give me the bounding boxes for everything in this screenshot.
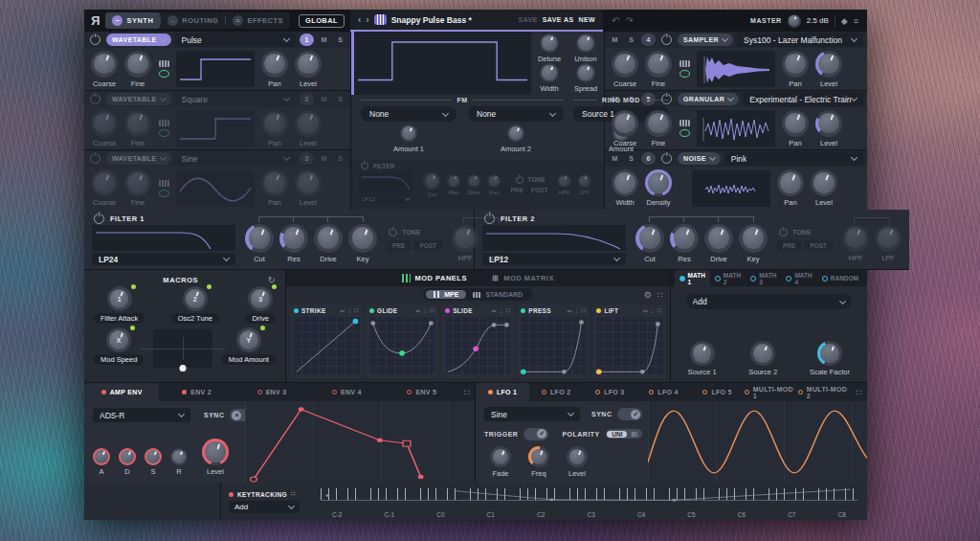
pan-knob[interactable] <box>261 51 288 78</box>
save-button[interactable]: SAVE <box>519 16 538 23</box>
tone-pre-button[interactable]: PRE <box>777 240 801 251</box>
strike-curve[interactable] <box>293 317 360 375</box>
loop-icon[interactable] <box>159 190 169 197</box>
mute-button[interactable]: M <box>609 34 621 46</box>
envelope-display[interactable] <box>245 401 475 483</box>
osc2-type-dropdown[interactable]: WAVETABLE <box>106 93 171 105</box>
expand-icon[interactable]: ∷ <box>657 290 663 300</box>
slide-curve[interactable] <box>444 317 511 375</box>
tab-synth[interactable]: ~ SYNTH <box>105 12 160 29</box>
keytrack-icon[interactable] <box>159 60 169 67</box>
osc3-preset-dropdown[interactable]: Sine <box>175 151 296 166</box>
power-icon[interactable] <box>361 162 368 169</box>
osc1-type-dropdown[interactable]: WAVETABLE <box>106 34 171 46</box>
osc5-type-dropdown[interactable]: GRANULAR <box>678 93 739 105</box>
preset-prev-icon[interactable]: ‹ <box>358 14 361 25</box>
macro-x-knob[interactable]: X <box>106 327 131 352</box>
coarse-knob[interactable] <box>91 169 118 196</box>
scale-factor-knob[interactable] <box>817 341 842 366</box>
uni-option[interactable]: UNI <box>607 431 627 438</box>
link-icon[interactable]: ∞ <box>491 307 496 314</box>
density-knob[interactable] <box>645 169 672 196</box>
tab-mod-matrix[interactable]: ⊞MOD MATRIX <box>492 274 554 282</box>
mute-button[interactable]: M <box>318 152 330 165</box>
lfo-display[interactable] <box>648 401 867 483</box>
bi-option[interactable]: BI <box>627 431 641 438</box>
coarse-knob[interactable] <box>612 110 638 137</box>
reset-icon[interactable]: ↻ <box>268 275 276 285</box>
link-icon[interactable]: ∞ <box>568 307 572 314</box>
fine-knob[interactable] <box>124 110 151 137</box>
macro3-label[interactable]: Drive <box>245 313 276 324</box>
power-icon[interactable] <box>90 94 100 104</box>
fm-amount1-knob[interactable] <box>400 124 417 142</box>
level-knob[interactable] <box>295 51 322 78</box>
width-knob[interactable] <box>612 169 638 196</box>
tab-math3[interactable]: MATH 3 <box>746 270 781 286</box>
unison-knob[interactable] <box>576 34 595 53</box>
level-knob[interactable] <box>295 169 322 196</box>
pan-knob[interactable] <box>261 169 288 196</box>
macro-y-label[interactable]: Mod Amount <box>222 354 276 365</box>
dots-icon[interactable]: ∷ <box>657 307 662 315</box>
level-knob[interactable] <box>295 110 322 137</box>
tab-lfo4[interactable]: LFO 4 <box>636 383 690 401</box>
tab-effects[interactable]: ≈ EFFECTS <box>226 12 290 29</box>
hpf-knob[interactable] <box>452 225 479 252</box>
fm-amount2-knob[interactable] <box>507 124 524 142</box>
fine-knob[interactable] <box>645 110 672 137</box>
key-knob[interactable] <box>487 174 501 188</box>
lpf-knob[interactable] <box>578 174 591 188</box>
tab-math2[interactable]: MATH 2 <box>710 270 746 286</box>
keytrack-icon[interactable] <box>679 60 690 67</box>
link-icon[interactable]: ∞ <box>643 307 648 314</box>
loop-icon[interactable] <box>159 129 169 137</box>
osc1-preset-dropdown[interactable]: Pulse <box>175 33 296 47</box>
drive-knob[interactable] <box>467 174 480 188</box>
new-button[interactable]: NEW <box>578 16 595 23</box>
dots-icon[interactable]: ∷ <box>582 307 587 315</box>
drive-knob[interactable] <box>704 224 733 253</box>
key-knob[interactable] <box>348 224 377 253</box>
download-icon[interactable]: ↓ <box>347 307 351 314</box>
expand-icon[interactable]: ∷ <box>459 383 475 401</box>
osc4-preset-dropdown[interactable]: Sys100 - Lazer Malfunction <box>737 33 863 47</box>
dots-icon[interactable]: ∷ <box>430 307 434 315</box>
res-knob[interactable] <box>279 224 308 253</box>
tone-post-button[interactable]: POST <box>804 240 833 251</box>
link-icon[interactable]: ∞ <box>340 307 345 314</box>
hpf-knob[interactable] <box>842 225 869 252</box>
press-curve[interactable] <box>520 317 587 375</box>
osc5-preset-dropdown[interactable]: Experimental - Electric Train <box>743 92 863 106</box>
tab-lfo3[interactable]: LFO 3 <box>583 383 636 401</box>
pan-knob[interactable] <box>782 51 809 78</box>
xy-pad[interactable] <box>153 329 212 368</box>
trigger-toggle[interactable]: ✓ <box>523 428 548 440</box>
solo-button[interactable]: S <box>625 34 637 46</box>
tab-lfo2[interactable]: LFO 2 <box>529 383 583 401</box>
fine-knob[interactable] <box>124 169 151 196</box>
width-knob[interactable] <box>540 63 559 82</box>
tab-lfo5[interactable]: LFO 5 <box>691 383 745 401</box>
hpf-knob[interactable] <box>558 174 571 188</box>
power-icon[interactable] <box>661 94 672 104</box>
macro-y-knob[interactable]: Y <box>236 327 261 352</box>
tone-pre-button[interactable]: PRE <box>507 186 525 194</box>
spread-knob[interactable] <box>576 63 595 82</box>
download-icon[interactable]: ↓ <box>500 307 503 314</box>
power-icon[interactable] <box>90 153 100 164</box>
osc6-type-dropdown[interactable]: NOISE <box>678 152 721 165</box>
preset-name[interactable]: Snappy Pulse Bass * <box>391 15 514 25</box>
tab-multimod2[interactable]: MULTI-MOD 2 <box>798 383 852 401</box>
tab-mod-panels[interactable]: MOD PANELS <box>402 274 467 282</box>
mpe-option[interactable]: MPE <box>426 290 466 299</box>
macro1-knob[interactable]: 1 <box>107 286 132 311</box>
tab-multimod1[interactable]: MULTI-MOD 1 <box>745 383 798 401</box>
macro1-label[interactable]: Filter Attack <box>94 313 145 324</box>
key-knob[interactable] <box>739 224 768 253</box>
lfo-level-knob[interactable] <box>567 446 588 467</box>
power-icon[interactable] <box>389 228 397 237</box>
keytrack-icon[interactable] <box>159 120 169 126</box>
fine-knob[interactable] <box>124 51 151 78</box>
coarse-knob[interactable] <box>612 51 638 78</box>
